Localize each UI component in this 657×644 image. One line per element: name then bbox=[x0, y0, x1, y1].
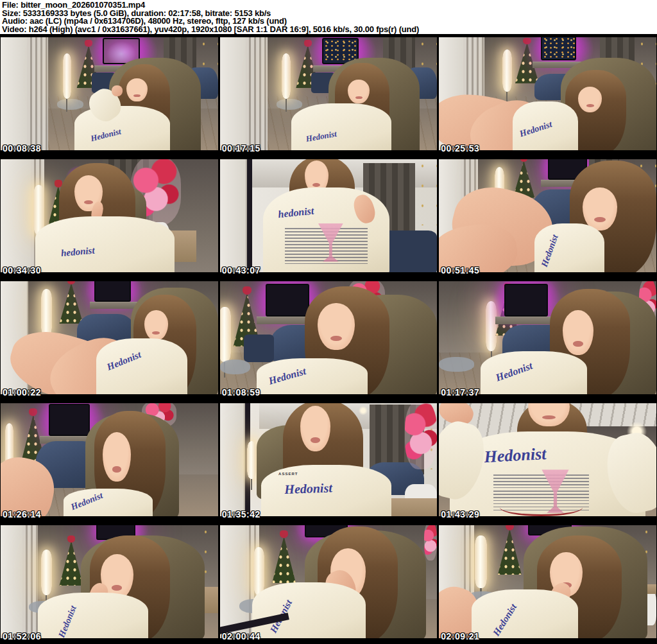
timestamp-overlay: 01:00:22 bbox=[3, 387, 41, 397]
timestamp-overlay: 01:35:42 bbox=[222, 509, 260, 519]
tree-shape bbox=[57, 278, 85, 324]
timestamp-overlay: 01:08:59 bbox=[222, 387, 260, 397]
text-shape: Hedonist bbox=[284, 480, 359, 520]
tv-shape bbox=[49, 404, 90, 436]
panel-shape bbox=[1, 37, 28, 154]
thumbnail-image: Hedonist bbox=[439, 156, 656, 276]
skin-shape bbox=[112, 85, 123, 96]
timestamp-overlay: 00:25:53 bbox=[441, 143, 479, 153]
video-thumbnail: Hedonist01:26:14 bbox=[1, 400, 218, 520]
timestamp-overlay: 02:00:44 bbox=[222, 631, 260, 641]
video-info-line: Video: h264 (High) (avc1 / 0x31637661), … bbox=[2, 26, 657, 34]
video-thumbnail: Hedonist01:00:22 bbox=[1, 278, 218, 398]
lamp-shape bbox=[502, 49, 512, 91]
timestamp-overlay: 01:26:14 bbox=[3, 509, 41, 519]
lamp-shape bbox=[41, 550, 52, 595]
face-shape bbox=[563, 310, 593, 354]
tv-shape bbox=[541, 35, 576, 60]
video-thumbnail: Hedonist00:08:38 bbox=[1, 34, 218, 154]
face-shape bbox=[318, 303, 355, 350]
thumbnail-image: Hedonist bbox=[1, 522, 218, 642]
thumbnail-image: hedonist bbox=[1, 156, 218, 276]
bouquet-shape bbox=[424, 522, 437, 561]
text-shape: ASSERT bbox=[278, 472, 313, 479]
lamp-shape bbox=[253, 547, 264, 595]
lamp-shape bbox=[475, 535, 487, 588]
lamp-shape bbox=[282, 53, 291, 99]
pouf-shape bbox=[244, 335, 274, 362]
face-shape bbox=[144, 310, 168, 340]
thumbnail-image: Hedonist bbox=[220, 34, 438, 154]
video-thumbnail: ASSERTHedonist01:35:42 bbox=[220, 400, 438, 520]
panel-shape bbox=[220, 37, 248, 154]
thumbnail-image: ASSERTHedonist bbox=[220, 400, 438, 520]
panel-shape bbox=[220, 156, 248, 276]
video-thumbnail: Hedonist02:00:44 bbox=[220, 522, 438, 642]
video-thumbnail: Hedonist01:43:29 bbox=[439, 400, 656, 520]
video-thumbnail: hedonist00:34:30 bbox=[1, 156, 218, 276]
timestamp-overlay: 01:43:29 bbox=[441, 509, 479, 519]
thumbnail-grid: Hedonist00:08:38 Hedonist00:17:15 Hedoni… bbox=[0, 34, 657, 644]
timestamp-overlay: 00:43:07 bbox=[222, 265, 260, 275]
spot-shape bbox=[359, 406, 368, 415]
thumbnail-image: Hedonist bbox=[220, 522, 438, 642]
timestamp-overlay: 00:08:38 bbox=[3, 143, 41, 153]
contact-sheet: File: bitter_moon_202601070351.mp4 Size:… bbox=[0, 0, 657, 644]
thumbnail-image: Hedonist bbox=[220, 278, 438, 398]
timestamp-overlay: 02:09:21 bbox=[441, 631, 479, 641]
timestamp-overlay: 01:17:37 bbox=[441, 387, 479, 397]
thumbnail-image: Hedonist bbox=[1, 34, 218, 154]
video-thumbnail: Hedonist00:51:45 bbox=[439, 156, 656, 276]
thumbnail-image: Hedonist bbox=[1, 278, 218, 398]
timestamp-overlay: 00:17:15 bbox=[222, 143, 260, 153]
timestamp-overlay: 00:51:45 bbox=[441, 265, 479, 275]
panel-shape bbox=[27, 37, 49, 152]
video-thumbnail: hedonist00:43:07 bbox=[220, 156, 438, 276]
panel-shape bbox=[1, 522, 24, 642]
lamp-shape bbox=[41, 289, 52, 337]
thumbnail-image: Hedonist bbox=[439, 34, 656, 154]
panel-shape bbox=[220, 400, 245, 520]
thumbnail-image: Hedonist bbox=[439, 400, 656, 520]
rug-shape bbox=[277, 99, 303, 110]
video-thumbnail: Hedonist01:17:37 bbox=[439, 278, 656, 398]
tv-shape bbox=[504, 284, 548, 316]
face-shape bbox=[583, 187, 617, 231]
panel-shape bbox=[246, 37, 268, 152]
thumbnail-image: Hedonist bbox=[1, 400, 218, 520]
tree-shape bbox=[270, 530, 298, 583]
tree-shape bbox=[495, 523, 524, 575]
lamp-shape bbox=[247, 441, 256, 480]
panel-shape bbox=[1, 156, 32, 276]
face-shape bbox=[126, 78, 147, 101]
face-shape bbox=[578, 87, 602, 112]
tv-shape bbox=[266, 284, 309, 316]
shelf-shape bbox=[90, 302, 138, 308]
lamp-shape bbox=[220, 307, 231, 362]
timestamp-overlay: 01:52:06 bbox=[3, 631, 41, 641]
panel-shape bbox=[415, 156, 437, 225]
video-thumbnail: Hedonist01:08:59 bbox=[220, 278, 438, 398]
squiggle-shape bbox=[500, 498, 583, 516]
media-info-header: File: bitter_moon_202601070351.mp4 Size:… bbox=[0, 0, 657, 34]
timestamp-overlay: 00:34:30 bbox=[3, 265, 41, 275]
lamp-shape bbox=[63, 53, 72, 99]
panel-shape bbox=[22, 522, 38, 642]
bouquet-shape bbox=[405, 400, 438, 469]
video-thumbnail: Hedonist02:09:21 bbox=[439, 522, 656, 642]
rug-shape bbox=[57, 99, 83, 110]
thumbnail-image: Hedonist bbox=[439, 522, 656, 642]
video-thumbnail: Hedonist00:25:53 bbox=[439, 34, 656, 154]
thumbnail-image: Hedonist bbox=[439, 278, 656, 398]
shelf-shape bbox=[495, 317, 554, 324]
video-thumbnail: Hedonist01:52:06 bbox=[1, 522, 218, 642]
tv-shape bbox=[94, 278, 132, 302]
rug-shape bbox=[439, 357, 474, 371]
face-shape bbox=[103, 432, 131, 482]
rug-shape bbox=[220, 360, 250, 374]
thumbnail-image: hedonist bbox=[220, 156, 438, 276]
video-thumbnail: Hedonist00:17:15 bbox=[220, 34, 438, 154]
